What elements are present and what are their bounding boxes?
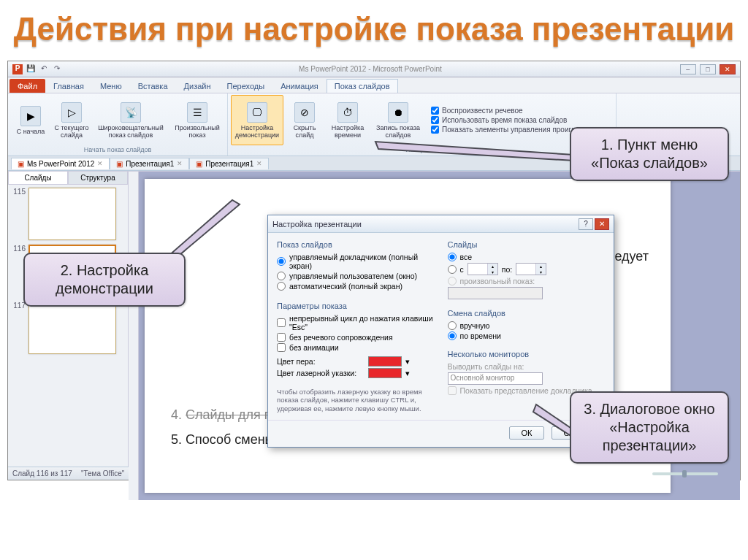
- window-title: Ms PowerPoint 2012 - Microsoft PowerPoin…: [62, 65, 679, 73]
- pp-icon: ▣: [116, 160, 123, 168]
- slides-pane: Слайды Структура 115 116 117: [8, 171, 129, 467]
- callout-1-tail: [371, 139, 576, 175]
- radio-kiosk[interactable]: автоматический (полный экран): [277, 281, 435, 291]
- group-show-options: Параметры показа непрерывный цикл до наж…: [277, 302, 435, 379]
- tab-animation[interactable]: Анимация: [272, 79, 327, 93]
- dialog-title: Настройка презентации: [272, 220, 577, 229]
- hide-slide-button[interactable]: ⊘Скрыть слайд: [285, 95, 324, 145]
- thumb-117[interactable]: 117: [11, 302, 125, 354]
- app-icon: P: [12, 64, 23, 74]
- chk-no-narration[interactable]: без речевого сопровождения: [277, 332, 435, 342]
- callout-2: 2. Настройка демонстрации: [23, 253, 186, 307]
- pane-tab-outline[interactable]: Структура: [68, 171, 128, 185]
- pane-tab-slides[interactable]: Слайды: [8, 171, 68, 185]
- radio-browsed-user[interactable]: управляемый пользователем (окно): [277, 271, 435, 281]
- dropdown-icon[interactable]: ▾: [405, 369, 410, 377]
- tab-transitions[interactable]: Переходы: [219, 79, 273, 93]
- zoom-slider[interactable]: [652, 472, 718, 475]
- doctab-2[interactable]: ▣Презентация1✕: [110, 158, 189, 169]
- window-titlebar: P 💾 ↶ ↷ Ms PowerPoint 2012 - Microsoft P…: [8, 61, 740, 77]
- minimize-button[interactable]: –: [680, 64, 696, 74]
- chk-timings[interactable]: Использовать время показа слайдов: [430, 115, 610, 125]
- group-monitors: Несколько мониторов Выводить слайды на: …: [448, 350, 606, 396]
- from-beginning-button[interactable]: ▶С начала: [11, 95, 50, 145]
- dialog-hint: Чтобы отобразить лазерную указку во врем…: [277, 388, 435, 413]
- status-slide-number: Слайд 116 из 117: [12, 469, 72, 477]
- close-button[interactable]: ✕: [720, 64, 736, 74]
- dropdown-icon[interactable]: ▾: [405, 357, 410, 366]
- radio-manual[interactable]: вручную: [448, 321, 606, 331]
- spin-to[interactable]: ▴▾: [516, 263, 546, 275]
- tab-insert[interactable]: Вставка: [130, 79, 176, 93]
- record-icon: ⏺: [388, 102, 408, 123]
- radio-timings[interactable]: по времени: [448, 331, 606, 341]
- tab-design[interactable]: Дизайн: [176, 79, 219, 93]
- callout-3: 3. Диалоговое окно «Настройка презентаци…: [570, 391, 729, 464]
- label-from: с: [460, 265, 464, 274]
- label-to: по:: [502, 265, 512, 274]
- radio-from-to[interactable]: [448, 265, 457, 274]
- group-show-type: Показ слайдов управляемый докладчиком (п…: [277, 240, 435, 291]
- group-label-start: Начать показ слайдов: [11, 145, 224, 154]
- setup-slideshow-button[interactable]: 🖵Настройка демонстрации: [231, 95, 283, 145]
- play-current-icon: ▷: [61, 102, 82, 123]
- record-button[interactable]: ⏺Запись показа слайдов: [371, 95, 425, 145]
- chk-loop[interactable]: непрерывный цикл до нажатия клавиши "Esc…: [277, 313, 435, 332]
- setup-icon: 🖵: [247, 102, 267, 123]
- clock-icon: ⏱: [337, 102, 358, 123]
- vertical-ruler: [129, 172, 139, 500]
- status-theme: "Тема Office": [81, 469, 124, 477]
- pp-icon: ▣: [18, 160, 24, 168]
- tab-home[interactable]: Главная: [45, 79, 92, 93]
- tab-slideshow[interactable]: Показ слайдов: [327, 79, 398, 93]
- thumb-115[interactable]: 115: [11, 188, 125, 240]
- from-current-button[interactable]: ▷С текущего слайда: [52, 95, 91, 145]
- chk-narration[interactable]: Воспроизвести речевое: [430, 106, 610, 115]
- page-title: Действия при настройке показа презентаци…: [0, 0, 748, 55]
- custom-show-button[interactable]: ☰Произвольный показ: [170, 95, 224, 145]
- label-display-on: Выводить слайды на:: [448, 362, 524, 371]
- radio-custom-show[interactable]: произвольный показ:: [448, 276, 606, 286]
- broadcast-button[interactable]: 📡Широковещательный показ слайдов: [93, 95, 169, 145]
- quick-access-toolbar[interactable]: P 💾 ↶ ↷: [12, 64, 62, 74]
- dialog-titlebar[interactable]: Настройка презентации ? ✕: [268, 215, 614, 233]
- pen-color-swatch[interactable]: [368, 356, 402, 367]
- group-slides-range: Слайды все с ▴▾ по: ▴▾ произвольный пока…: [448, 240, 606, 300]
- dialog-help-button[interactable]: ?: [579, 218, 593, 230]
- close-icon[interactable]: ✕: [97, 160, 103, 167]
- ribbon-group-start: ▶С начала ▷С текущего слайда 📡Широковеща…: [8, 93, 228, 156]
- thumbnails: 115 116 117: [8, 185, 128, 467]
- callout-1: 1. Пункт меню «Показ слайдов»: [570, 127, 729, 181]
- callout-3-tail: [532, 400, 576, 444]
- maximize-button[interactable]: □: [700, 64, 716, 74]
- custom-show-select: [448, 287, 543, 299]
- doctab-3[interactable]: ▣Презентация1✕: [189, 158, 269, 169]
- chk-no-animation[interactable]: без анимации: [277, 342, 435, 353]
- label-pen-color: Цвет пера:: [277, 357, 365, 366]
- rehearse-button[interactable]: ⏱Настройка времени: [326, 95, 370, 145]
- ribbon-tabs: Файл Главная Меню Вставка Дизайн Переход…: [8, 77, 740, 93]
- monitor-select[interactable]: Основной монитор: [448, 372, 543, 385]
- custom-show-icon: ☰: [187, 102, 207, 123]
- radio-speaker[interactable]: управляемый докладчиком (полный экран): [277, 252, 435, 271]
- close-icon[interactable]: ✕: [256, 160, 262, 167]
- label-laser-color: Цвет лазерной указки:: [277, 369, 365, 377]
- pp-icon: ▣: [196, 160, 202, 168]
- play-icon: ▶: [20, 106, 41, 126]
- spin-from[interactable]: ▴▾: [468, 263, 498, 275]
- radio-all-slides[interactable]: все: [448, 252, 606, 262]
- redo-icon[interactable]: ↷: [52, 64, 62, 74]
- window-buttons: – □ ✕: [679, 64, 736, 74]
- tab-file[interactable]: Файл: [9, 79, 45, 93]
- undo-icon[interactable]: ↶: [39, 64, 49, 74]
- tab-menu[interactable]: Меню: [92, 79, 130, 93]
- hide-icon: ⊘: [294, 102, 315, 123]
- laser-color-swatch[interactable]: [368, 368, 402, 378]
- save-icon[interactable]: 💾: [26, 64, 36, 74]
- group-advance: Смена слайдов вручную по времени: [448, 309, 606, 341]
- broadcast-icon: 📡: [121, 102, 141, 123]
- dialog-close-button[interactable]: ✕: [595, 218, 609, 230]
- close-icon[interactable]: ✕: [177, 160, 183, 167]
- doctab-1[interactable]: ▣Ms PowerPoint 2012✕: [11, 158, 110, 169]
